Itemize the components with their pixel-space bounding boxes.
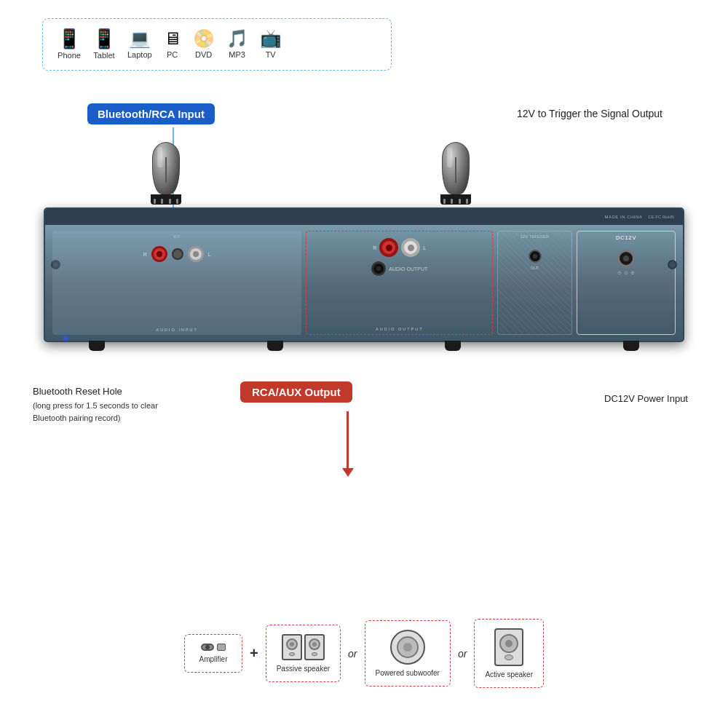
input-rca-red	[151, 246, 167, 262]
device-mp3: 🎵 MP3	[226, 30, 248, 59]
tube-left-highlight	[157, 147, 162, 167]
device-tv-label: TV	[266, 50, 276, 59]
pc-icon: 🖥	[164, 30, 181, 47]
output-devices-row: Amplifier + Passive	[44, 619, 684, 688]
output-rca-row: R L	[311, 238, 488, 257]
bluetooth-reset-annotation: Bluetooth Reset Hole (long press for 1.5…	[33, 386, 158, 424]
trigger-signal-label: 12V to Trigger the Signal Output	[517, 108, 662, 119]
amplifier-label: Amplifier	[199, 655, 228, 663]
aux-label: AUDIO OUTPUT	[389, 266, 427, 272]
output-device-subwoofer: Powered subwoofer	[365, 620, 451, 687]
device-pc-label: PC	[167, 50, 178, 59]
page-container: 📱 Phone 📱 Tablet 💻 Laptop 🖥 PC 📀 DVD 🎵 M…	[0, 0, 728, 728]
laptop-icon: 💻	[129, 30, 151, 47]
active-speaker-icon	[494, 628, 523, 666]
rca-output-arrow-head	[342, 468, 354, 477]
device-mp3-label: MP3	[229, 50, 245, 59]
trigger-jack-inner	[533, 254, 537, 258]
tube-right-glass	[442, 142, 470, 194]
rca-aux-output-label: RCA/AUX Output	[240, 381, 352, 403]
amp-trigger-section: 12V TRIGGER OUT	[497, 231, 572, 335]
rca-output-arrow-line	[347, 411, 349, 470]
amp-feet	[89, 341, 639, 351]
output-rca-red-inner	[386, 245, 392, 251]
tube-right-pin1	[443, 199, 446, 204]
aux-row: AUDIO OUTPUT	[311, 261, 488, 276]
output-device-amplifier: Amplifier	[184, 634, 242, 673]
output-device-active: Active speaker	[474, 619, 544, 688]
amp-foot-3	[445, 341, 461, 351]
mp3-icon: 🎵	[226, 30, 248, 47]
device-phone: 📱 Phone	[58, 29, 81, 60]
input-rca-red-inner	[157, 251, 162, 257]
amp-audio-input-section: RF R L AUDIO INPUT	[52, 231, 301, 335]
tube-right-highlight	[447, 147, 452, 167]
amp-audio-output-section: R L AUDIO OUTPUT	[306, 231, 493, 335]
tube-left-pin4	[176, 199, 178, 204]
or-text-2: or	[458, 648, 467, 660]
dc12v-label: DC12V	[616, 234, 636, 241]
bluetooth-reset-desc: (long press for 1.5 seconds to clearBlue…	[33, 400, 158, 424]
amp-led	[64, 336, 68, 340]
audio-input-label: AUDIO INPUT	[156, 328, 197, 332]
amp-foot-4	[623, 341, 639, 351]
trigger-section-label: 12V TRIGGER	[521, 234, 550, 240]
device-tv: 📺 TV	[260, 30, 282, 59]
amp-top-strip: MADE IN CHINA CE FC RoHS	[45, 209, 683, 225]
tube-left-pin1	[154, 199, 156, 204]
amp-screw-right	[668, 260, 677, 269]
device-tablet: 📱 Tablet	[92, 29, 116, 60]
tube-right	[437, 142, 475, 215]
device-dvd: 📀 DVD	[193, 30, 215, 59]
subwoofer-icon	[390, 630, 425, 665]
input-rca-white	[188, 246, 204, 262]
dc-power-connector	[617, 250, 635, 267]
made-in-china-label: MADE IN CHINA	[604, 215, 642, 219]
phone-icon: 📱	[58, 29, 81, 48]
amp-foot-2	[267, 341, 283, 351]
passive-speaker-label: Passive speaker	[277, 665, 330, 673]
tube-left	[147, 142, 185, 215]
input-rca-row: R L	[58, 246, 296, 262]
bluetooth-reset-title: Bluetooth Reset Hole	[33, 386, 158, 397]
amplifier-icon	[201, 644, 226, 651]
tube-left-pin3	[169, 199, 171, 204]
trigger-jack	[529, 250, 542, 263]
device-laptop: 💻 Laptop	[127, 30, 152, 59]
input-center-knob	[172, 248, 183, 260]
device-tablet-label: Tablet	[93, 51, 114, 60]
bluetooth-rca-badge: Bluetooth/RCA Input	[87, 108, 215, 121]
tube-right-pin3	[459, 199, 461, 204]
tablet-icon: 📱	[92, 29, 116, 48]
or-text-1: or	[348, 648, 357, 660]
source-devices-box: 📱 Phone 📱 Tablet 💻 Laptop 🖥 PC 📀 DVD 🎵 M…	[42, 18, 392, 71]
cert-labels: CE FC RoHS	[648, 215, 674, 219]
tube-left-glass	[152, 142, 180, 194]
output-aux-connector	[371, 261, 386, 276]
amp-connector-area: RF R L AUDIO INPUT	[45, 225, 683, 341]
output-device-passive: Passive speaker	[266, 625, 341, 682]
device-dvd-label: DVD	[195, 50, 212, 59]
input-rca-white-inner	[193, 251, 199, 257]
dc12v-power-label: DC12V Power Input	[604, 393, 688, 404]
bluetooth-rca-label: Bluetooth/RCA Input	[87, 103, 215, 124]
output-aux-inner	[376, 266, 381, 271]
dvd-icon: 📀	[193, 30, 215, 47]
trigger-out-label: OUT	[531, 266, 539, 270]
passive-speaker-icon	[282, 634, 325, 660]
amp-dc-section: DC12V ⊖ ⊙ ⊕	[577, 231, 676, 335]
tube-left-base	[151, 194, 181, 205]
dc-polarity-marks: ⊖ ⊙ ⊕	[617, 270, 635, 276]
device-laptop-label: Laptop	[127, 50, 152, 59]
tube-left-stem	[165, 157, 167, 183]
subwoofer-label: Powered subwoofer	[376, 669, 440, 677]
tv-icon: 📺	[260, 30, 282, 47]
output-rca-white	[401, 238, 420, 257]
audio-output-bottom-label: AUDIO OUTPUT	[376, 327, 424, 331]
tube-right-base	[440, 194, 471, 205]
device-pc: 🖥 PC	[164, 30, 181, 59]
tube-right-pin4	[466, 199, 468, 204]
amp-foot-1	[89, 341, 105, 351]
amplifier-body: MADE IN CHINA CE FC RoHS RF R	[44, 207, 684, 342]
tube-right-pin2	[451, 199, 453, 204]
